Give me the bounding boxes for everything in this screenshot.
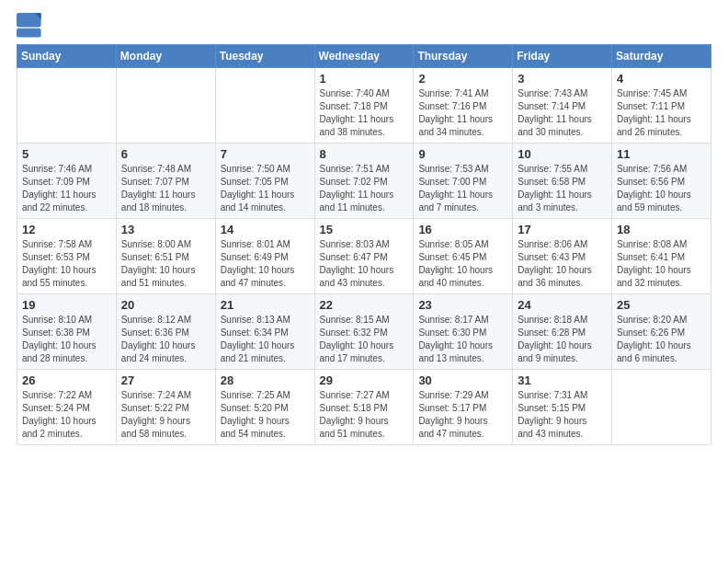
- day-cell: 15Sunrise: 8:03 AM Sunset: 6:47 PM Dayli…: [314, 219, 414, 294]
- day-info: Sunrise: 8:03 AM Sunset: 6:47 PM Dayligh…: [320, 238, 409, 290]
- day-info: Sunrise: 8:01 AM Sunset: 6:49 PM Dayligh…: [221, 238, 310, 290]
- day-number: 22: [320, 298, 409, 312]
- week-row-2: 5Sunrise: 7:46 AM Sunset: 7:09 PM Daylig…: [17, 144, 711, 219]
- day-cell: 17Sunrise: 8:06 AM Sunset: 6:43 PM Dayli…: [513, 219, 612, 294]
- day-cell: 5Sunrise: 7:46 AM Sunset: 7:09 PM Daylig…: [17, 144, 117, 219]
- day-cell: 11Sunrise: 7:56 AM Sunset: 6:56 PM Dayli…: [612, 144, 711, 219]
- day-info: Sunrise: 7:51 AM Sunset: 7:02 PM Dayligh…: [320, 163, 409, 214]
- day-number: 30: [418, 373, 507, 387]
- day-info: Sunrise: 7:45 AM Sunset: 7:11 PM Dayligh…: [617, 87, 706, 139]
- day-cell: 9Sunrise: 7:53 AM Sunset: 7:00 PM Daylig…: [414, 144, 513, 219]
- weekday-header-row: SundayMondayTuesdayWednesdayThursdayFrid…: [17, 45, 711, 68]
- header: [17, 9, 711, 39]
- day-number: 18: [617, 223, 706, 236]
- day-cell: 22Sunrise: 8:15 AM Sunset: 6:32 PM Dayli…: [314, 294, 414, 370]
- day-info: Sunrise: 8:05 AM Sunset: 6:45 PM Dayligh…: [418, 238, 507, 290]
- day-info: Sunrise: 7:41 AM Sunset: 7:16 PM Dayligh…: [418, 87, 507, 139]
- weekday-header-saturday: Saturday: [612, 45, 711, 68]
- svg-rect-2: [17, 29, 41, 38]
- day-cell: 30Sunrise: 7:29 AM Sunset: 5:17 PM Dayli…: [414, 370, 513, 445]
- day-info: Sunrise: 8:12 AM Sunset: 6:36 PM Dayligh…: [121, 314, 210, 365]
- day-info: Sunrise: 8:17 AM Sunset: 6:30 PM Dayligh…: [418, 314, 507, 365]
- day-cell: 2Sunrise: 7:41 AM Sunset: 7:16 PM Daylig…: [414, 68, 513, 144]
- day-cell: 26Sunrise: 7:22 AM Sunset: 5:24 PM Dayli…: [17, 370, 117, 445]
- week-row-5: 26Sunrise: 7:22 AM Sunset: 5:24 PM Dayli…: [17, 370, 711, 445]
- day-number: 17: [518, 223, 607, 236]
- day-cell: 12Sunrise: 7:58 AM Sunset: 6:53 PM Dayli…: [17, 219, 117, 294]
- day-info: Sunrise: 7:24 AM Sunset: 5:22 PM Dayligh…: [121, 389, 210, 441]
- day-info: Sunrise: 7:25 AM Sunset: 5:20 PM Dayligh…: [221, 389, 310, 441]
- day-cell: 31Sunrise: 7:31 AM Sunset: 5:15 PM Dayli…: [513, 370, 612, 445]
- day-info: Sunrise: 7:22 AM Sunset: 5:24 PM Dayligh…: [22, 389, 111, 441]
- day-number: 23: [418, 298, 507, 312]
- day-cell: [116, 68, 215, 144]
- day-cell: 4Sunrise: 7:45 AM Sunset: 7:11 PM Daylig…: [612, 68, 711, 144]
- day-number: 7: [221, 147, 310, 161]
- day-info: Sunrise: 8:13 AM Sunset: 6:34 PM Dayligh…: [221, 314, 310, 365]
- day-cell: 8Sunrise: 7:51 AM Sunset: 7:02 PM Daylig…: [314, 144, 414, 219]
- day-info: Sunrise: 7:56 AM Sunset: 6:56 PM Dayligh…: [617, 163, 706, 214]
- weekday-header-thursday: Thursday: [414, 45, 513, 68]
- day-info: Sunrise: 7:50 AM Sunset: 7:05 PM Dayligh…: [221, 163, 310, 214]
- day-info: Sunrise: 7:29 AM Sunset: 5:17 PM Dayligh…: [418, 389, 507, 441]
- day-number: 11: [617, 147, 706, 161]
- weekday-header-monday: Monday: [116, 45, 215, 68]
- day-number: 12: [22, 223, 111, 236]
- day-info: Sunrise: 7:55 AM Sunset: 6:58 PM Dayligh…: [518, 163, 607, 214]
- day-cell: [17, 68, 117, 144]
- day-info: Sunrise: 8:18 AM Sunset: 6:28 PM Dayligh…: [518, 314, 607, 365]
- logo-icon: [17, 13, 42, 39]
- day-info: Sunrise: 7:43 AM Sunset: 7:14 PM Dayligh…: [518, 87, 607, 139]
- day-cell: 16Sunrise: 8:05 AM Sunset: 6:45 PM Dayli…: [414, 219, 513, 294]
- week-row-1: 1Sunrise: 7:40 AM Sunset: 7:18 PM Daylig…: [17, 68, 711, 144]
- day-cell: 10Sunrise: 7:55 AM Sunset: 6:58 PM Dayli…: [513, 144, 612, 219]
- day-info: Sunrise: 7:40 AM Sunset: 7:18 PM Dayligh…: [320, 87, 409, 139]
- day-info: Sunrise: 8:00 AM Sunset: 6:51 PM Dayligh…: [121, 238, 210, 290]
- day-number: 27: [121, 373, 210, 387]
- day-cell: 1Sunrise: 7:40 AM Sunset: 7:18 PM Daylig…: [314, 68, 414, 144]
- day-cell: 24Sunrise: 8:18 AM Sunset: 6:28 PM Dayli…: [513, 294, 612, 370]
- day-number: 15: [320, 223, 409, 236]
- day-info: Sunrise: 7:31 AM Sunset: 5:15 PM Dayligh…: [518, 389, 607, 441]
- day-cell: 25Sunrise: 8:20 AM Sunset: 6:26 PM Dayli…: [612, 294, 711, 370]
- day-cell: 21Sunrise: 8:13 AM Sunset: 6:34 PM Dayli…: [215, 294, 314, 370]
- day-cell: 28Sunrise: 7:25 AM Sunset: 5:20 PM Dayli…: [215, 370, 314, 445]
- day-number: 21: [221, 298, 310, 312]
- day-info: Sunrise: 7:27 AM Sunset: 5:18 PM Dayligh…: [320, 389, 409, 441]
- day-number: 6: [121, 147, 210, 161]
- day-cell: 19Sunrise: 8:10 AM Sunset: 6:38 PM Dayli…: [17, 294, 117, 370]
- day-cell: 23Sunrise: 8:17 AM Sunset: 6:30 PM Dayli…: [414, 294, 513, 370]
- weekday-header-friday: Friday: [513, 45, 612, 68]
- day-number: 16: [418, 223, 507, 236]
- logo: [17, 13, 44, 39]
- day-number: 2: [418, 72, 507, 86]
- calendar-table: SundayMondayTuesdayWednesdayThursdayFrid…: [17, 44, 711, 445]
- day-info: Sunrise: 8:15 AM Sunset: 6:32 PM Dayligh…: [320, 314, 409, 365]
- day-cell: 6Sunrise: 7:48 AM Sunset: 7:07 PM Daylig…: [116, 144, 215, 219]
- day-cell: [612, 370, 711, 445]
- weekday-header-wednesday: Wednesday: [314, 45, 414, 68]
- day-cell: 20Sunrise: 8:12 AM Sunset: 6:36 PM Dayli…: [116, 294, 215, 370]
- day-cell: 7Sunrise: 7:50 AM Sunset: 7:05 PM Daylig…: [215, 144, 314, 219]
- day-cell: 14Sunrise: 8:01 AM Sunset: 6:49 PM Dayli…: [215, 219, 314, 294]
- day-number: 13: [121, 223, 210, 236]
- day-number: 26: [22, 373, 111, 387]
- day-number: 5: [22, 147, 111, 161]
- day-number: 20: [121, 298, 210, 312]
- weekday-header-tuesday: Tuesday: [215, 45, 314, 68]
- day-info: Sunrise: 8:08 AM Sunset: 6:41 PM Dayligh…: [617, 238, 706, 290]
- day-number: 25: [617, 298, 706, 312]
- week-row-3: 12Sunrise: 7:58 AM Sunset: 6:53 PM Dayli…: [17, 219, 711, 294]
- day-info: Sunrise: 7:53 AM Sunset: 7:00 PM Dayligh…: [418, 163, 507, 214]
- day-info: Sunrise: 8:06 AM Sunset: 6:43 PM Dayligh…: [518, 238, 607, 290]
- day-number: 9: [418, 147, 507, 161]
- day-info: Sunrise: 7:58 AM Sunset: 6:53 PM Dayligh…: [22, 238, 111, 290]
- day-number: 3: [518, 72, 607, 86]
- day-number: 14: [221, 223, 310, 236]
- weekday-header-sunday: Sunday: [17, 45, 117, 68]
- day-number: 28: [221, 373, 310, 387]
- day-number: 19: [22, 298, 111, 312]
- day-cell: 27Sunrise: 7:24 AM Sunset: 5:22 PM Dayli…: [116, 370, 215, 445]
- week-row-4: 19Sunrise: 8:10 AM Sunset: 6:38 PM Dayli…: [17, 294, 711, 370]
- day-number: 10: [518, 147, 607, 161]
